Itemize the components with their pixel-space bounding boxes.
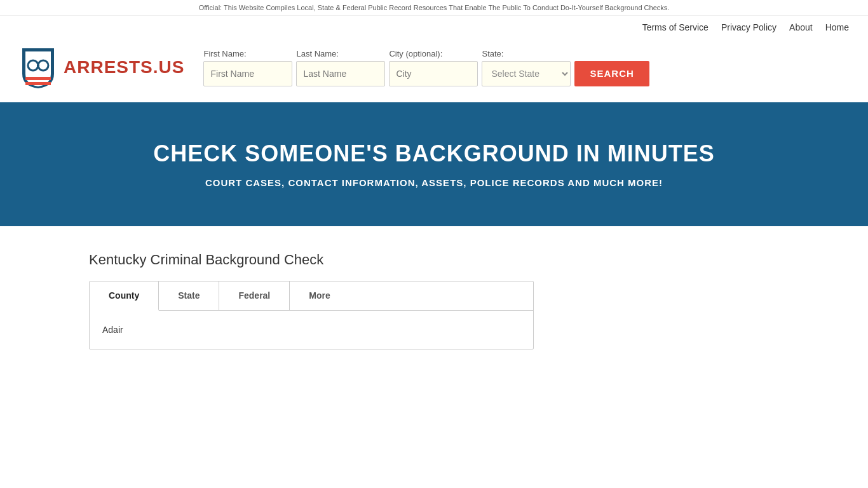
- last-name-input[interactable]: [296, 61, 385, 86]
- state-select[interactable]: Select State Alabama Alaska Arizona Arka…: [482, 61, 571, 86]
- hero-subheading: COURT CASES, CONTACT INFORMATION, ASSETS…: [19, 177, 849, 188]
- state-label: State:: [482, 49, 571, 58]
- city-input[interactable]: [389, 61, 478, 86]
- logo-area: ARRESTS.US: [19, 45, 184, 90]
- nav-privacy[interactable]: Privacy Policy: [721, 22, 776, 32]
- hero-banner: CHECK SOMEONE'S BACKGROUND IN MINUTES CO…: [0, 102, 868, 226]
- top-banner: Official: This Website Compiles Local, S…: [0, 0, 868, 16]
- svg-rect-3: [25, 77, 51, 80]
- nav-terms[interactable]: Terms of Service: [642, 22, 709, 32]
- first-name-label: First Name:: [203, 49, 292, 58]
- search-form: First Name: Last Name: City (optional): …: [203, 49, 849, 86]
- search-button[interactable]: SEARCH: [574, 61, 649, 86]
- tab-federal[interactable]: Federal: [219, 281, 290, 310]
- tab-state[interactable]: State: [159, 281, 219, 310]
- city-field: City (optional):: [389, 49, 478, 86]
- logo-arrests: ARRESTS: [64, 57, 153, 77]
- section-title: Kentucky Criminal Background Check: [89, 252, 779, 268]
- nav-about[interactable]: About: [789, 22, 813, 32]
- state-field: State: Select State Alabama Alaska Arizo…: [482, 49, 571, 86]
- header: ARRESTS.US First Name: Last Name: City (…: [0, 39, 868, 102]
- first-name-input[interactable]: [203, 61, 292, 86]
- svg-rect-4: [25, 82, 51, 85]
- city-label: City (optional):: [389, 49, 478, 58]
- tab-more[interactable]: More: [290, 281, 349, 310]
- top-banner-text: Official: This Website Compiles Local, S…: [199, 4, 670, 11]
- list-item[interactable]: Adair: [102, 321, 520, 339]
- tabs-container: County State Federal More Adair: [89, 281, 534, 349]
- tab-content-county: Adair: [90, 311, 533, 349]
- nav-bar: Terms of Service Privacy Policy About Ho…: [0, 16, 868, 39]
- tabs-header: County State Federal More: [90, 281, 533, 311]
- logo-text: ARRESTS.US: [64, 57, 184, 78]
- last-name-label: Last Name:: [296, 49, 385, 58]
- logo-icon: [19, 45, 57, 90]
- nav-home[interactable]: Home: [825, 22, 849, 32]
- logo-us: .US: [153, 57, 185, 77]
- last-name-field: Last Name:: [296, 49, 385, 86]
- tab-county[interactable]: County: [90, 281, 159, 311]
- hero-heading: CHECK SOMEONE'S BACKGROUND IN MINUTES: [19, 140, 849, 167]
- main-content: Kentucky Criminal Background Check Count…: [0, 226, 868, 375]
- first-name-field: First Name:: [203, 49, 292, 86]
